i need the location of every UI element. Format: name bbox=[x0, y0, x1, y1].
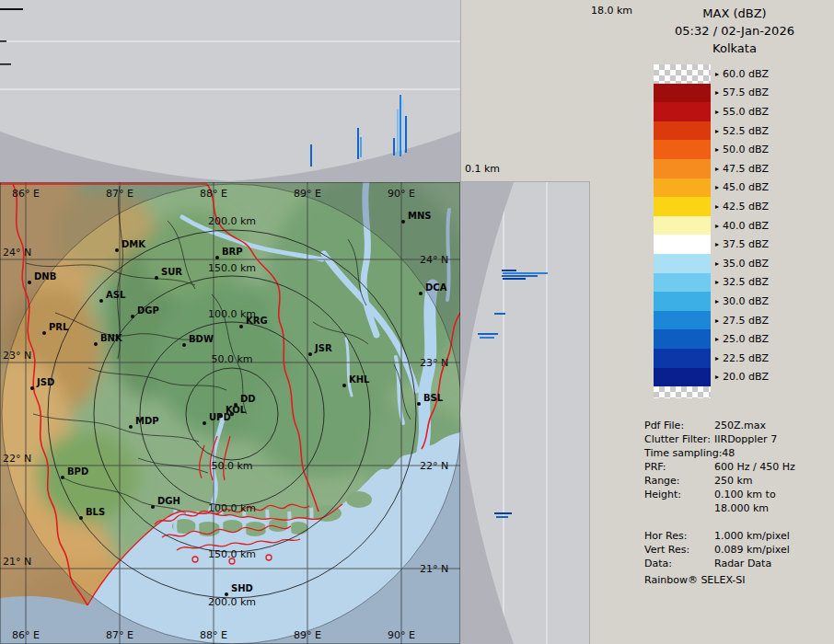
color-chip bbox=[654, 102, 711, 121]
city-marker bbox=[151, 505, 155, 509]
echo-mark bbox=[397, 109, 399, 156]
lat-label: 21° N bbox=[420, 563, 448, 575]
city-label: MDP bbox=[135, 416, 159, 426]
lon-label: 88° E bbox=[200, 629, 227, 641]
info-label: Pdf File: bbox=[644, 419, 714, 432]
city-marker bbox=[99, 299, 103, 303]
lon-label: 88° E bbox=[200, 188, 227, 200]
color-chip bbox=[654, 140, 711, 159]
color-chip bbox=[654, 349, 711, 368]
city-label: KRG bbox=[246, 316, 268, 326]
color-chip bbox=[654, 84, 711, 103]
echo-mark bbox=[480, 337, 494, 339]
lon-label: 90° E bbox=[388, 188, 415, 200]
legend-entry-label: 32.5 dBZ bbox=[715, 276, 769, 288]
echo-mark bbox=[310, 144, 312, 167]
echo-mark bbox=[360, 137, 362, 157]
legend-entry-label: 57.5 dBZ bbox=[715, 86, 769, 98]
info-row: Height:0.100 km to bbox=[644, 488, 795, 501]
ring-label: 100.0 km bbox=[208, 502, 256, 514]
info-value: 250Z.max bbox=[714, 419, 795, 432]
ring-label: 150.0 km bbox=[208, 548, 256, 560]
info-table: Pdf File:250Z.maxClutter Filter:IIRDoppl… bbox=[644, 419, 795, 570]
city-marker bbox=[342, 384, 346, 387]
product-site: Kolkata bbox=[644, 40, 825, 57]
legend-entry-label: 22.5 dBZ bbox=[715, 352, 769, 364]
legend-scale: 60.0 dBZ57.5 dBZ55.0 dBZ52.5 dBZ50.0 dBZ… bbox=[654, 64, 769, 398]
echo-mark bbox=[502, 270, 516, 271]
color-chip bbox=[654, 121, 711, 141]
lat-label: 22° N bbox=[3, 453, 31, 465]
echo-mark bbox=[496, 516, 508, 518]
city-marker bbox=[131, 315, 134, 318]
map-panel: 86° E86° E87° E87° E88° E88° E89° E89° E… bbox=[0, 182, 460, 644]
product-datetime: 05:32 / 02-Jan-2026 bbox=[644, 22, 825, 40]
echo-mark bbox=[402, 100, 404, 155]
city-label: BPD bbox=[67, 466, 88, 477]
echo-mark bbox=[494, 512, 512, 514]
legend-entry: 20.0 dBZ bbox=[654, 368, 769, 387]
color-chip bbox=[654, 273, 711, 293]
lat-label: 23° N bbox=[420, 357, 448, 369]
city-label: JSD bbox=[36, 377, 54, 387]
info-row: Data:Radar Data bbox=[644, 557, 795, 570]
city-label: BRP bbox=[222, 247, 243, 257]
info-label: Range: bbox=[644, 474, 714, 488]
city-marker bbox=[115, 248, 119, 252]
legend-entry-label: 25.0 dBZ bbox=[715, 333, 769, 345]
legend-entry: 60.0 dBZ bbox=[654, 64, 769, 84]
color-chip bbox=[654, 329, 711, 349]
echo-mark bbox=[502, 275, 538, 277]
info-row: 18.000 km bbox=[644, 501, 795, 515]
ring-label: 150.0 km bbox=[208, 262, 256, 274]
legend-entry: 37.5 dBZ bbox=[654, 235, 769, 254]
lon-label: 87° E bbox=[106, 629, 133, 641]
city-label: UPD bbox=[209, 412, 231, 422]
city-label: BNK bbox=[100, 333, 123, 343]
legend-entry: 27.5 dBZ bbox=[654, 311, 769, 330]
info-row bbox=[644, 515, 795, 529]
legend-entry: 40.0 dBZ bbox=[654, 216, 769, 236]
city-marker bbox=[155, 276, 158, 280]
color-chip bbox=[654, 159, 711, 178]
info-value: 18.000 km bbox=[714, 501, 795, 515]
info-row: PRF:600 Hz / 450 Hz bbox=[644, 460, 795, 474]
echo-mark bbox=[405, 116, 407, 153]
city-marker bbox=[417, 402, 421, 406]
lat-label: 24° N bbox=[3, 247, 31, 259]
product-title: MAX (dBZ) bbox=[644, 5, 825, 22]
color-chip bbox=[654, 64, 711, 84]
legend-panel: MAX (dBZ) 05:32 / 02-Jan-2026 Kolkata 60… bbox=[589, 0, 834, 644]
legend-entry: 22.5 dBZ bbox=[654, 349, 769, 368]
legend-entry-label: 47.5 dBZ bbox=[715, 163, 769, 175]
legend-entry: 42.5 dBZ bbox=[654, 197, 769, 216]
city-marker bbox=[182, 343, 186, 347]
info-value: 0.100 km to bbox=[714, 488, 795, 501]
city-marker bbox=[30, 386, 34, 390]
city-marker bbox=[28, 281, 31, 284]
color-chip bbox=[654, 254, 711, 273]
radar-display: 86° E86° E87° E87° E88° E88° E89° E89° E… bbox=[0, 0, 834, 644]
city-label: DCA bbox=[425, 282, 447, 293]
legend-entry-label: 60.0 dBZ bbox=[715, 68, 769, 80]
city-label: MNS bbox=[408, 211, 432, 221]
legend-entry-label: 50.0 dBZ bbox=[715, 144, 769, 155]
ew-projection-panel bbox=[0, 0, 460, 182]
city-marker bbox=[308, 352, 312, 356]
lat-label: 22° N bbox=[420, 460, 448, 472]
lon-label: 86° E bbox=[12, 188, 40, 200]
info-value: IIRDoppler 7 bbox=[714, 432, 795, 446]
color-chip bbox=[654, 386, 711, 398]
echo-mark bbox=[400, 95, 401, 156]
city-marker bbox=[419, 292, 423, 295]
city-marker bbox=[239, 325, 243, 328]
legend-entry: 52.5 dBZ bbox=[654, 121, 769, 141]
city-label: DGH bbox=[157, 496, 180, 506]
legend-entry-label: 55.0 dBZ bbox=[715, 106, 769, 118]
city-marker bbox=[129, 425, 133, 429]
echo-mark bbox=[357, 128, 359, 159]
city-label: KHL bbox=[349, 374, 370, 385]
echo-mark bbox=[393, 138, 395, 155]
legend-entry-label: 20.0 dBZ bbox=[715, 371, 769, 383]
info-value bbox=[714, 515, 795, 529]
